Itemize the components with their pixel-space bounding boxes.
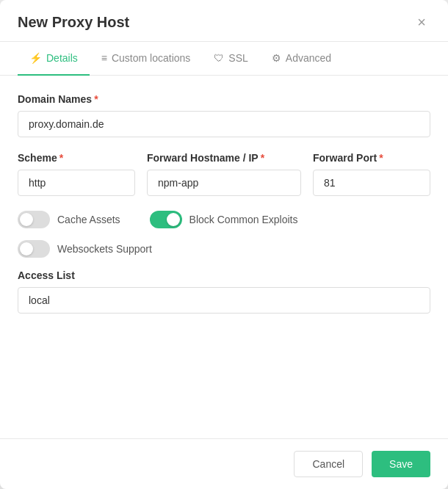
- cache-assets-item: Cache Assets: [18, 211, 120, 228]
- cache-assets-label: Cache Assets: [57, 214, 120, 225]
- forward-port-group: Forward Port*: [313, 152, 430, 196]
- block-exploits-toggle[interactable]: [150, 211, 182, 228]
- domain-names-required: *: [94, 93, 98, 105]
- domain-names-label: Domain Names*: [18, 93, 430, 105]
- shield-icon: 🛡: [214, 52, 224, 64]
- websockets-toggle[interactable]: [18, 240, 50, 258]
- block-exploits-item: Block Common Exploits: [150, 211, 298, 228]
- scheme-input[interactable]: [18, 170, 135, 196]
- modal-title: New Proxy Host: [18, 14, 129, 31]
- fh-required: *: [261, 152, 264, 164]
- access-list-label: Access List: [18, 269, 430, 281]
- websockets-slider: [18, 240, 50, 258]
- layers-icon: ≡: [101, 52, 107, 64]
- gear-icon: ⚙: [272, 52, 281, 64]
- scheme-label: Scheme*: [18, 152, 135, 164]
- cancel-button[interactable]: Cancel: [294, 451, 363, 477]
- block-exploits-slider: [150, 211, 182, 228]
- access-list-input[interactable]: [18, 287, 430, 314]
- new-proxy-host-modal: New Proxy Host × ⚡ Details ≡ Custom loca…: [0, 0, 448, 489]
- toggles-row-2: Websockets Support: [18, 240, 430, 258]
- domain-names-group: Domain Names*: [18, 93, 430, 137]
- save-button[interactable]: Save: [372, 451, 430, 477]
- tab-custom-locations[interactable]: ≡ Custom locations: [90, 42, 203, 76]
- scheme-required: *: [59, 152, 63, 164]
- forward-port-label: Forward Port*: [313, 152, 430, 164]
- cache-assets-slider: [18, 211, 50, 228]
- websockets-item: Websockets Support: [18, 240, 152, 258]
- details-icon: ⚡: [29, 52, 42, 64]
- forward-hostname-label: Forward Hostname / IP*: [147, 152, 301, 164]
- toggles-row-1: Cache Assets Block Common Exploits: [18, 211, 430, 228]
- tab-bar: ⚡ Details ≡ Custom locations 🛡 SSL ⚙ Adv…: [0, 42, 448, 76]
- fp-required: *: [379, 152, 383, 164]
- block-exploits-label: Block Common Exploits: [189, 214, 298, 225]
- tab-details[interactable]: ⚡ Details: [18, 42, 90, 76]
- scheme-group: Scheme*: [18, 152, 135, 196]
- close-button[interactable]: ×: [413, 13, 430, 31]
- modal-body: Domain Names* Scheme* Forward Hostname /…: [0, 76, 448, 438]
- tab-advanced[interactable]: ⚙ Advanced: [260, 42, 343, 76]
- forward-port-input[interactable]: [313, 170, 430, 196]
- modal-footer: Cancel Save: [0, 438, 448, 489]
- modal-header: New Proxy Host ×: [0, 0, 448, 42]
- access-list-group: Access List: [18, 269, 430, 314]
- forward-hostname-input[interactable]: [147, 170, 301, 196]
- tab-ssl[interactable]: 🛡 SSL: [202, 42, 259, 76]
- cache-assets-toggle[interactable]: [18, 211, 50, 228]
- forward-hostname-group: Forward Hostname / IP*: [147, 152, 301, 196]
- connection-row: Scheme* Forward Hostname / IP* Forward P…: [18, 152, 430, 196]
- domain-names-input[interactable]: [18, 111, 430, 137]
- websockets-label: Websockets Support: [57, 243, 152, 255]
